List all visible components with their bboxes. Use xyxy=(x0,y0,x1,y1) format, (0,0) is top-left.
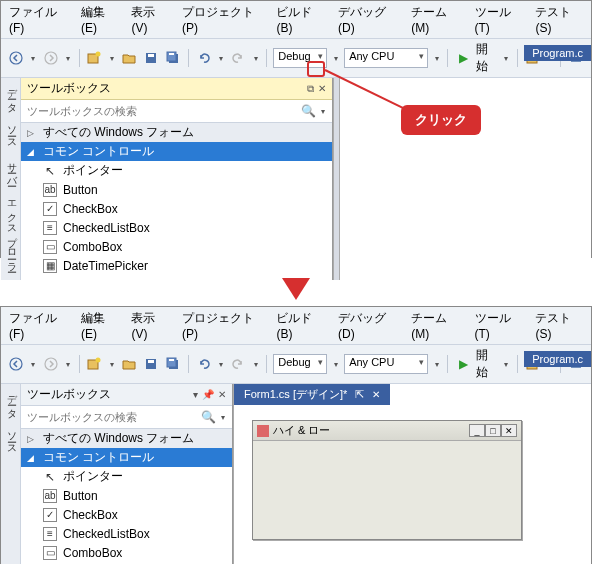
menu-team[interactable]: チーム(M) xyxy=(411,4,460,35)
tree-group-common-controls[interactable]: ◢コモン コントロール xyxy=(21,448,232,467)
tree-group-common-controls[interactable]: ◢ コモン コントロール xyxy=(21,142,332,161)
designed-form-window[interactable]: ハイ & ロー _ □ ✕ xyxy=(252,420,522,540)
menu-tools[interactable]: ツール(T) xyxy=(475,4,522,35)
splitter[interactable] xyxy=(334,78,340,280)
tool-datetimepicker[interactable]: ▦DateTimePicker xyxy=(21,562,232,564)
search-icon[interactable]: 🔍 xyxy=(299,104,318,118)
menu-edit[interactable]: 編集(E) xyxy=(81,4,118,35)
start-label[interactable]: 開始 xyxy=(476,347,497,381)
close-icon[interactable]: ✕ xyxy=(318,83,326,94)
start-debug-button[interactable]: ▶ xyxy=(454,354,472,374)
tool-checkbox[interactable]: ✓CheckBox xyxy=(21,505,232,524)
platform-extra-drop[interactable]: ▾ xyxy=(432,48,441,68)
nav-fwd-button[interactable] xyxy=(42,354,60,374)
menu-project[interactable]: プロジェクト(P) xyxy=(182,310,262,341)
menu-view[interactable]: 表示(V) xyxy=(131,4,168,35)
menu-file[interactable]: ファイル(F) xyxy=(9,310,67,341)
platform-combo[interactable]: Any CPU xyxy=(344,354,428,374)
save-button[interactable] xyxy=(142,48,160,68)
nav-back-button[interactable] xyxy=(7,48,25,68)
menu-build[interactable]: ビルド(B) xyxy=(276,4,324,35)
search-drop[interactable]: ▾ xyxy=(318,101,328,121)
menu-view[interactable]: 表示(V) xyxy=(131,310,168,341)
tree-group-all-forms[interactable]: ▷すべての Windows フォーム xyxy=(21,429,232,448)
toolbox-search-input[interactable] xyxy=(25,409,199,425)
redo-button[interactable] xyxy=(230,48,248,68)
config-extra-drop[interactable]: ▾ xyxy=(331,354,340,374)
tool-combobox[interactable]: ▭ComboBox xyxy=(21,543,232,562)
tree-group-all-forms[interactable]: ▷ すべての Windows フォーム xyxy=(21,123,332,142)
save-button[interactable] xyxy=(142,354,160,374)
tab-pin-icon[interactable]: ⇱ xyxy=(355,388,364,401)
config-extra-drop[interactable]: ▾ xyxy=(331,48,340,68)
redo-button[interactable] xyxy=(230,354,248,374)
menu-edit[interactable]: 編集(E) xyxy=(81,310,118,341)
undo-drop[interactable]: ▾ xyxy=(217,354,226,374)
menu-test[interactable]: テスト(S) xyxy=(535,4,583,35)
platform-extra-drop[interactable]: ▾ xyxy=(432,354,441,374)
menu-team[interactable]: チーム(M) xyxy=(411,310,460,341)
tool-button[interactable]: abButton xyxy=(21,180,332,199)
close-icon[interactable]: ✕ xyxy=(372,389,380,400)
nav-back-drop[interactable]: ▾ xyxy=(29,48,38,68)
redo-drop[interactable]: ▾ xyxy=(251,354,260,374)
nav-fwd-drop[interactable]: ▾ xyxy=(64,48,73,68)
config-combo[interactable]: Debug xyxy=(273,354,327,374)
svg-rect-5 xyxy=(148,54,154,57)
ide-panel-after: ファイル(F) 編集(E) 表示(V) プロジェクト(P) ビルド(B) デバッ… xyxy=(0,306,592,564)
save-all-button[interactable] xyxy=(164,48,182,68)
nav-fwd-drop[interactable]: ▾ xyxy=(64,354,73,374)
toolbox-panel-pinned: ツールボックス ▾ 📌 ✕ 🔍 ▾ ▷すべての Windows フォーム ◢コモ… xyxy=(21,384,233,564)
tool-button[interactable]: abButton xyxy=(21,486,232,505)
tool-datetimepicker[interactable]: ▦DateTimePicker xyxy=(21,256,332,275)
tool-pointer[interactable]: ↖ポインター xyxy=(21,467,232,486)
start-drop[interactable]: ▾ xyxy=(502,354,511,374)
toolbox-search-input[interactable] xyxy=(25,103,299,119)
new-project-button[interactable] xyxy=(85,354,103,374)
document-tab[interactable]: Form1.cs [デザイン]* ⇱ ✕ xyxy=(234,384,390,405)
new-project-drop[interactable]: ▾ xyxy=(107,48,116,68)
new-project-button[interactable] xyxy=(85,48,103,68)
undo-drop[interactable]: ▾ xyxy=(217,48,226,68)
autohide-pin-icon[interactable]: ⧉ xyxy=(307,83,314,95)
redo-drop[interactable]: ▾ xyxy=(251,48,260,68)
menu-debug[interactable]: デバッグ(D) xyxy=(338,310,397,341)
menu-test[interactable]: テスト(S) xyxy=(535,310,583,341)
maximize-button[interactable]: □ xyxy=(485,424,501,437)
vertical-tab-strip[interactable]: データ ソース サーバー エクスプローラー xyxy=(1,78,21,280)
search-icon[interactable]: 🔍 xyxy=(199,410,218,424)
menu-file[interactable]: ファイル(F) xyxy=(9,4,67,35)
designer-area[interactable]: Form1.cs [デザイン]* ⇱ ✕ ハイ & ロー _ □ ✕ xyxy=(233,384,591,564)
new-project-drop[interactable]: ▾ xyxy=(107,354,116,374)
close-icon[interactable]: ✕ xyxy=(218,389,226,400)
save-all-button[interactable] xyxy=(164,354,182,374)
menu-build[interactable]: ビルド(B) xyxy=(276,310,324,341)
search-drop[interactable]: ▾ xyxy=(218,407,228,427)
tool-checkbox[interactable]: ✓CheckBox xyxy=(21,199,332,218)
tool-checkedlistbox[interactable]: ≡CheckedListBox xyxy=(21,524,232,543)
vertical-tab-strip[interactable]: データ ソース xyxy=(1,384,21,564)
minimize-button[interactable]: _ xyxy=(469,424,485,437)
nav-back-button[interactable] xyxy=(7,354,25,374)
tool-checkedlistbox[interactable]: ≡CheckedListBox xyxy=(21,218,332,237)
open-button[interactable] xyxy=(120,48,138,68)
start-debug-button[interactable]: ▶ xyxy=(454,48,472,68)
open-button[interactable] xyxy=(120,354,138,374)
undo-button[interactable] xyxy=(195,48,213,68)
tool-combobox[interactable]: ▭ComboBox xyxy=(21,237,332,256)
close-button[interactable]: ✕ xyxy=(501,424,517,437)
tool-pointer[interactable]: ↖ポインター xyxy=(21,161,332,180)
nav-fwd-button[interactable] xyxy=(42,48,60,68)
save-icon xyxy=(144,357,158,371)
nav-back-drop[interactable]: ▾ xyxy=(29,354,38,374)
toolbox-search: 🔍 ▾ xyxy=(21,406,232,429)
menu-debug[interactable]: デバッグ(D) xyxy=(338,4,397,35)
platform-combo[interactable]: Any CPU xyxy=(344,48,428,68)
start-label[interactable]: 開始 xyxy=(476,41,497,75)
menu-project[interactable]: プロジェクト(P) xyxy=(182,4,262,35)
window-drop-icon[interactable]: ▾ xyxy=(193,389,198,400)
menu-tools[interactable]: ツール(T) xyxy=(475,310,522,341)
pin-icon[interactable]: 📌 xyxy=(202,389,214,400)
start-drop[interactable]: ▾ xyxy=(502,48,511,68)
undo-button[interactable] xyxy=(195,354,213,374)
